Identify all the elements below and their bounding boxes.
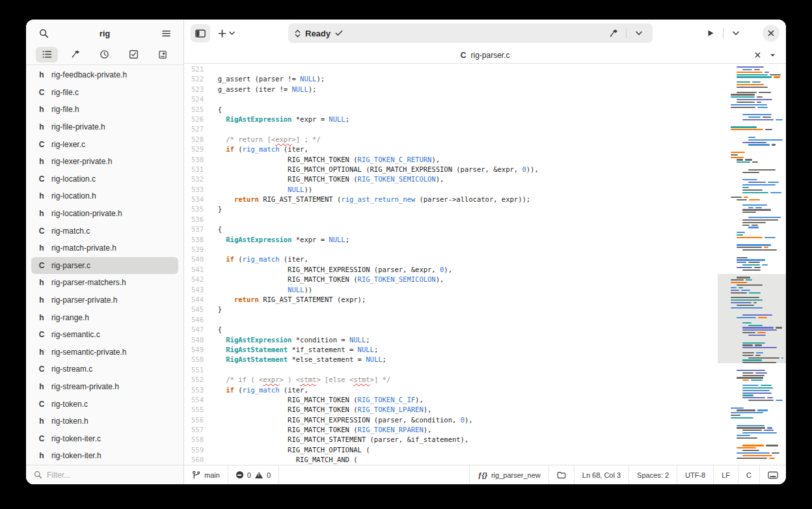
code-line-529[interactable]: 529 if (rig_match (iter, <box>184 144 718 154</box>
tab-close-icon[interactable] <box>755 52 761 58</box>
file-row-rig-lexer-private.h[interactable]: hrig-lexer-private.h <box>31 153 178 171</box>
line-number[interactable]: 536 <box>184 215 204 225</box>
code-line-543[interactable]: 543 NULL)) <box>184 285 718 295</box>
main-menu-button[interactable] <box>157 25 174 42</box>
line-number[interactable]: 552 <box>184 375 204 385</box>
line-number[interactable]: 522 <box>184 74 204 84</box>
encoding-setting[interactable]: UTF-8 <box>677 465 713 484</box>
code-line-551[interactable]: 551 <box>184 365 718 375</box>
code-line-524[interactable]: 524 <box>184 94 718 104</box>
code-line-525[interactable]: 525 { <box>184 105 718 115</box>
line-number[interactable]: 525 <box>184 105 204 115</box>
tab-rig-parser[interactable]: C rig-parser.c <box>184 51 786 60</box>
line-number[interactable]: 535 <box>184 204 204 214</box>
code-area[interactable]: 521522 g_assert (parser != NULL);523 g_a… <box>184 64 718 465</box>
line-number[interactable]: 532 <box>184 174 204 184</box>
filter-input[interactable] <box>47 471 157 480</box>
line-number[interactable]: 526 <box>184 115 204 124</box>
line-number[interactable]: 543 <box>184 285 204 295</box>
keyboard-toggle[interactable] <box>760 465 786 484</box>
code-line-550[interactable]: 550 RigAstStatement *else_statement = NU… <box>184 355 718 365</box>
line-number[interactable]: 544 <box>184 295 204 305</box>
minimap-viewport[interactable] <box>718 274 786 363</box>
code-line-549[interactable]: 549 RigAstStatement *if_statement = NULL… <box>184 345 718 355</box>
line-number[interactable]: 540 <box>184 255 204 264</box>
window-close-button[interactable] <box>763 25 779 42</box>
file-row-rig-location.c[interactable]: Crig-location.c <box>31 171 178 188</box>
file-row-rig-stream.c[interactable]: Crig-stream.c <box>31 361 178 378</box>
code-line-526[interactable]: 526 RigAstExpression *expr = NULL; <box>184 115 718 124</box>
code-line-522[interactable]: 522 g_assert (parser != NULL); <box>184 74 718 84</box>
file-row-rig-match.c[interactable]: Crig-match.c <box>31 222 178 240</box>
file-row-rig-semantic-private.h[interactable]: hrig-semantic-private.h <box>31 344 178 361</box>
line-number[interactable]: 539 <box>184 245 204 255</box>
line-number[interactable]: 557 <box>184 425 204 435</box>
file-row-rig-token-iter.c[interactable]: Crig-token-iter.c <box>31 430 178 447</box>
file-row-rig-lexer.c[interactable]: Crig-lexer.c <box>31 135 178 153</box>
line-number[interactable]: 521 <box>184 64 204 74</box>
file-row-rig-parser-private.h[interactable]: hrig-parser-private.h <box>31 292 178 309</box>
code-line-528[interactable]: 528 /* return [<expr>] ; */ <box>184 135 718 144</box>
line-number[interactable]: 533 <box>184 185 204 195</box>
code-line-530[interactable]: 530 RIG_MATCH_TOKEN (RIG_TOKEN_C_RETURN)… <box>184 155 718 165</box>
line-number[interactable]: 546 <box>184 315 204 325</box>
code-line-523[interactable]: 523 g_assert (iter != NULL); <box>184 85 718 94</box>
file-row-rig-feedback-private.h[interactable]: hrig-feedback-private.h <box>31 66 178 84</box>
line-number[interactable]: 538 <box>184 235 204 245</box>
code-line-544[interactable]: 544 return RIG_AST_STATEMENT (expr); <box>184 295 718 305</box>
code-line-556[interactable]: 556 RIG_MATCH_EXPRESSION (parser, &condi… <box>184 415 718 425</box>
code-line-540[interactable]: 540 if (rig_match (iter, <box>184 255 718 264</box>
code-line-527[interactable]: 527 <box>184 124 718 134</box>
line-number[interactable]: 527 <box>184 124 204 134</box>
run-menu-button[interactable] <box>727 25 744 42</box>
line-number[interactable]: 542 <box>184 275 204 284</box>
code-line-545[interactable]: 545 } <box>184 305 718 314</box>
line-number[interactable]: 559 <box>184 445 204 455</box>
file-row-rig-range.h[interactable]: hrig-range.h <box>31 309 178 326</box>
code-line-553[interactable]: 553 if (rig_match (iter, <box>184 385 718 395</box>
build-button[interactable] <box>605 25 622 42</box>
code-line-559[interactable]: 559 RIG_MATCH_OPTIONAL ( <box>184 445 718 455</box>
code-line-547[interactable]: 547 { <box>184 325 718 335</box>
code-line-521[interactable]: 521 <box>184 64 718 74</box>
new-page-button[interactable] <box>214 25 239 42</box>
cursor-position[interactable]: Ln 68, Col 3 <box>575 465 629 484</box>
code-line-555[interactable]: 555 RIG_MATCH_TOKEN (RIG_TOKEN_LPAREN), <box>184 405 718 415</box>
line-number[interactable]: 524 <box>184 94 204 104</box>
line-number[interactable]: 548 <box>184 335 204 345</box>
run-button[interactable] <box>702 25 719 42</box>
branch-indicator[interactable]: main <box>184 465 228 484</box>
line-number[interactable]: 534 <box>184 195 204 204</box>
language-setting[interactable]: C <box>738 465 759 484</box>
line-number[interactable]: 541 <box>184 265 204 275</box>
code-line-538[interactable]: 538 RigAstExpression *expr = NULL; <box>184 235 718 245</box>
file-row-rig-match-private.h[interactable]: hrig-match-private.h <box>31 240 178 257</box>
file-row-rig-file.h[interactable]: hrig-file.h <box>31 101 178 118</box>
line-number[interactable]: 547 <box>184 325 204 335</box>
code-line-548[interactable]: 548 RigAstExpression *condition = NULL; <box>184 335 718 345</box>
file-row-rig-token.c[interactable]: Crig-token.c <box>31 395 178 413</box>
code-line-533[interactable]: 533 NULL)) <box>184 185 718 195</box>
line-ending-setting[interactable]: LF <box>714 465 738 484</box>
file-row-rig-stream-private.h[interactable]: hrig-stream-private.h <box>31 378 178 396</box>
file-row-rig-file-private.h[interactable]: hrig-file-private.h <box>31 118 178 136</box>
code-line-541[interactable]: 541 RIG_MATCH_EXPRESSION (parser, &expr,… <box>184 265 718 275</box>
tab-list-chevron-icon[interactable] <box>770 53 776 57</box>
line-number[interactable]: 553 <box>184 385 204 395</box>
line-number[interactable]: 556 <box>184 415 204 425</box>
line-number[interactable]: 558 <box>184 435 204 445</box>
code-line-536[interactable]: 536 <box>184 215 718 225</box>
toggle-sidebar-button[interactable] <box>191 24 210 42</box>
line-number[interactable]: 555 <box>184 405 204 415</box>
sidebar-tab-history[interactable] <box>94 47 116 62</box>
diagnostics-indicator[interactable]: 0 0 <box>228 465 278 484</box>
code-line-535[interactable]: 535 } <box>184 204 718 214</box>
sidebar-tab-todo[interactable] <box>122 47 144 62</box>
file-row-rig-semantic.c[interactable]: Crig-semantic.c <box>31 326 178 344</box>
minimap[interactable] <box>718 64 786 465</box>
line-number[interactable]: 554 <box>184 395 204 405</box>
file-row-rig-location.h[interactable]: hrig-location.h <box>31 187 178 205</box>
code-line-552[interactable]: 552 /* if ( <expr> ) <stmt> [else <stmt>… <box>184 375 718 385</box>
indentation-setting[interactable]: Spaces: 2 <box>629 465 677 484</box>
file-row-rig-location-private.h[interactable]: hrig-location-private.h <box>31 205 178 223</box>
